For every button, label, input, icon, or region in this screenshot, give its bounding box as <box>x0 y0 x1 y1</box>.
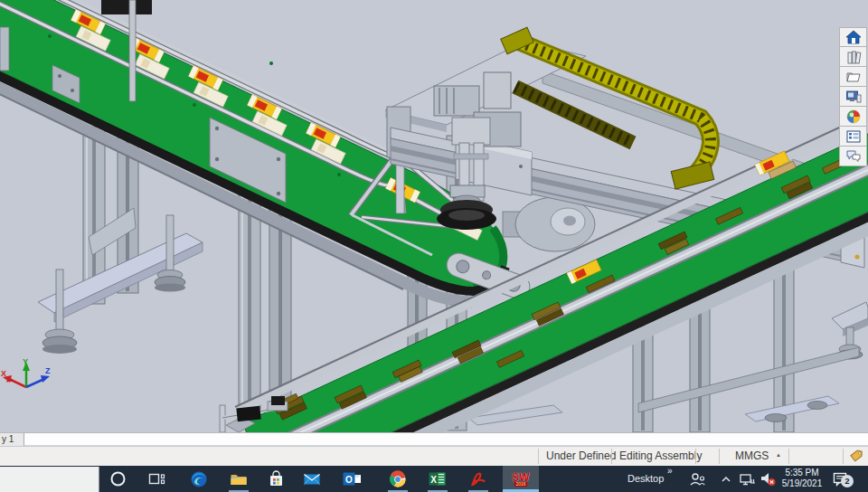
acrobat-button[interactable] <box>460 466 496 492</box>
task-view-button[interactable] <box>138 466 175 492</box>
folder-icon <box>845 70 862 84</box>
chrome-icon <box>389 470 407 488</box>
units-dropdown-arrow[interactable]: ▲ <box>776 452 781 458</box>
task-pane-tab-forum[interactable] <box>839 147 867 166</box>
edit-mode-status: Editing Assembly <box>619 449 702 462</box>
cortana-button[interactable] <box>99 466 136 492</box>
network-icon <box>739 471 755 487</box>
edge-icon <box>190 470 208 488</box>
triad-z-label: Z <box>45 366 51 375</box>
people-icon <box>689 470 706 487</box>
excel-button[interactable]: X <box>420 466 456 492</box>
task-pane <box>839 27 867 166</box>
solidworks-icon: SW 2016 <box>512 472 529 487</box>
task-pane-tab-view-palette[interactable] <box>839 87 867 107</box>
task-pane-tab-solidworks-resources[interactable] <box>839 27 867 47</box>
cortana-icon <box>109 470 127 487</box>
file-explorer-icon <box>230 470 248 488</box>
outlook-button[interactable]: O <box>334 466 370 492</box>
clock-time: 5:35 PM <box>774 468 830 478</box>
tag-icon[interactable] <box>849 449 863 466</box>
taskbar-clock[interactable]: 5:35 PM 5/19/2021 <box>774 468 830 489</box>
chevron-up-icon <box>719 472 733 487</box>
outlook-icon: O <box>343 470 362 487</box>
units-selector[interactable]: MMGS <box>735 449 769 462</box>
store-button[interactable] <box>258 466 294 492</box>
store-icon <box>268 470 285 487</box>
model-tab-bar: y 1 <box>0 432 868 446</box>
mail-icon <box>303 470 321 488</box>
excel-icon: X <box>429 470 447 487</box>
solidworks-button[interactable]: SW 2016 <box>503 466 539 492</box>
motion-study-tab[interactable]: y 1 <box>0 433 24 446</box>
list-icon <box>845 129 862 144</box>
chat-icon <box>845 149 862 164</box>
home-icon <box>845 30 862 44</box>
graphics-area[interactable]: X Y Z <box>0 0 868 432</box>
excel-glyph: X <box>430 475 437 485</box>
acrobat-icon <box>469 470 487 488</box>
chrome-button[interactable] <box>380 466 416 492</box>
people-button[interactable] <box>684 466 711 492</box>
desktop-toolbar-label[interactable]: Desktop <box>627 473 664 484</box>
constraint-status: Under Defined <box>546 449 616 462</box>
task-view-icon <box>148 470 165 487</box>
task-pane-tab-file-explorer[interactable] <box>839 67 867 87</box>
file-explorer-button[interactable] <box>221 466 257 492</box>
outlook-glyph: O <box>345 475 353 485</box>
mail-button[interactable] <box>294 466 330 492</box>
books-icon <box>845 50 862 64</box>
status-bar: Under Defined Editing Assembly MMGS ▲ <box>0 447 868 466</box>
notification-badge: 2 <box>841 475 854 487</box>
taskbar-search-input[interactable] <box>0 467 99 492</box>
task-pane-tab-design-library[interactable] <box>839 47 867 67</box>
task-pane-tab-appearances[interactable] <box>839 107 867 127</box>
triad-x-label: X <box>1 369 6 378</box>
toolbar-overflow-chevron[interactable]: » <box>667 466 673 476</box>
windows-taskbar: O X <box>0 466 868 492</box>
clock-date: 5/19/2021 <box>774 478 830 489</box>
solidworks-window: X Y Z <box>0 0 868 492</box>
monitor-icon <box>845 90 862 104</box>
triad-y-label: Y <box>23 357 28 366</box>
edge-button[interactable] <box>181 466 217 492</box>
task-pane-tab-custom-properties[interactable] <box>839 127 867 147</box>
color-sphere-icon <box>845 109 862 124</box>
